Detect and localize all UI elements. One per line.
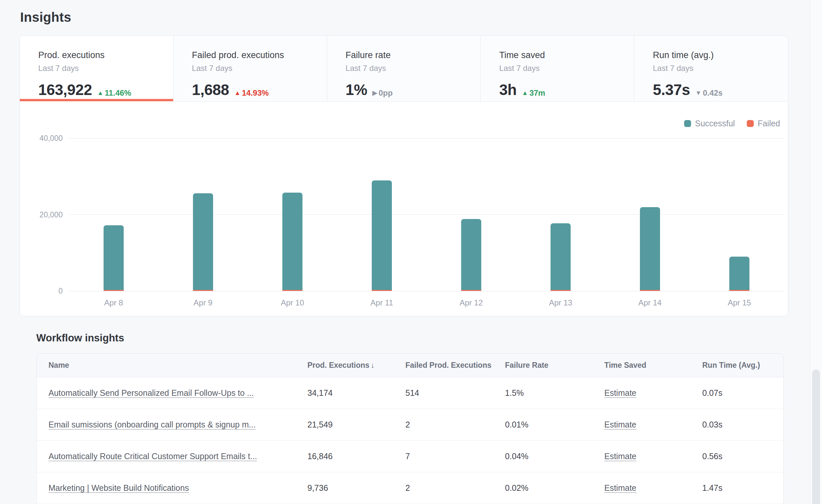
- column-header-name[interactable]: Name: [37, 361, 308, 370]
- x-axis-label: Apr 13: [516, 298, 605, 308]
- cell-value: 1.47s: [702, 483, 722, 492]
- chart-legend: SuccessfulFailed: [684, 119, 780, 128]
- column-header-failure-rate[interactable]: Failure Rate: [505, 361, 604, 370]
- cell-value: 514: [405, 388, 419, 398]
- estimate-link[interactable]: Estimate: [604, 483, 636, 492]
- metric-value-row: 5.37s▼0.42s: [653, 81, 788, 99]
- bar-apr-12[interactable]: [461, 219, 481, 291]
- legend-item-failed[interactable]: Failed: [747, 119, 780, 128]
- estimate-link[interactable]: Estimate: [604, 388, 636, 398]
- metric-card-prod-executions[interactable]: Prod. executionsLast 7 days163,922▲11.46…: [20, 36, 173, 102]
- cell-failure-rate: 0.01%: [505, 420, 604, 430]
- metric-label: Time saved: [499, 50, 634, 60]
- cell-time-saved: Estimate: [604, 483, 702, 493]
- bar-apr-11[interactable]: [372, 180, 392, 291]
- cell-run-time-avg: 0.03s: [702, 420, 783, 430]
- legend-label: Failed: [758, 119, 780, 128]
- bar-apr-13[interactable]: [550, 223, 571, 291]
- delta-up-icon: ▲: [234, 89, 241, 97]
- column-header-label: Time Saved: [604, 361, 646, 370]
- bar-apr-10[interactable]: [282, 193, 303, 291]
- legend-label: Successful: [695, 119, 735, 128]
- table-row: Email sumissions (onboarding call prompt…: [37, 409, 783, 441]
- insights-panel: Prod. executionsLast 7 days163,922▲11.46…: [19, 35, 788, 316]
- bar-apr-14[interactable]: [640, 207, 660, 291]
- metric-label: Run time (avg.): [653, 50, 788, 60]
- bar-segment-failed: [729, 290, 749, 291]
- column-header-label: Run Time (Avg.): [702, 361, 760, 370]
- cell-value: 16,846: [308, 452, 333, 461]
- bar-slot: [695, 138, 784, 291]
- cell-failure-rate: 0.04%: [505, 452, 604, 461]
- delta-flat-icon: ▶: [372, 89, 377, 97]
- cell-time-saved: Estimate: [604, 388, 702, 398]
- column-header-failed-prod-executions[interactable]: Failed Prod. Executions: [405, 361, 505, 370]
- x-axis-label: Apr 10: [248, 298, 337, 308]
- bar-slot: [337, 138, 426, 291]
- metric-card-time-saved[interactable]: Time savedLast 7 days3h▲37m: [481, 36, 634, 102]
- cell-name: Email sumissions (onboarding call prompt…: [37, 420, 308, 430]
- table-row: Automatically Route Critical Customer Su…: [37, 441, 783, 472]
- metric-period: Last 7 days: [346, 64, 481, 73]
- bar-segment-failed: [372, 290, 392, 291]
- column-header-prod-executions[interactable]: Prod. Executions↓: [308, 361, 405, 370]
- column-header-time-saved[interactable]: Time Saved: [604, 361, 702, 370]
- metric-value: 3h: [499, 81, 516, 99]
- bar-segment-successful: [282, 193, 303, 290]
- metric-delta: ▲11.46%: [97, 88, 131, 98]
- bar-plot: [69, 138, 784, 291]
- metric-label: Failed prod. executions: [192, 50, 327, 60]
- column-header-run-time-avg[interactable]: Run Time (Avg.): [702, 361, 783, 370]
- bar-slot: [69, 138, 158, 291]
- cell-value: 2: [405, 483, 410, 492]
- metric-card-failed-prod-executions[interactable]: Failed prod. executionsLast 7 days1,688▲…: [173, 36, 327, 102]
- bar-slot: [158, 138, 248, 291]
- cell-value: 0.56s: [702, 452, 722, 461]
- bar-segment-failed: [193, 290, 213, 291]
- page-scrollbar[interactable]: [810, 0, 822, 504]
- legend-item-successful[interactable]: Successful: [684, 119, 735, 128]
- metric-value: 163,922: [38, 81, 92, 99]
- cell-failed-prod-executions: 2: [405, 483, 505, 493]
- metric-delta: ▲14.93%: [234, 88, 269, 98]
- workflow-name-link[interactable]: Automatically Route Critical Customer Su…: [48, 452, 257, 461]
- bar-segment-successful: [550, 223, 571, 290]
- metric-value-row: 3h▲37m: [499, 81, 634, 99]
- workflow-insights-heading: Workflow insights: [36, 332, 822, 344]
- bar-apr-15[interactable]: [729, 257, 749, 291]
- column-header-label: Prod. Executions: [308, 361, 369, 370]
- cell-prod-executions: 9,736: [308, 483, 405, 493]
- legend-swatch-successful: [684, 120, 691, 127]
- delta-text: 14.93%: [242, 88, 269, 98]
- bar-slot: [248, 138, 337, 291]
- cell-failure-rate: 1.5%: [505, 388, 604, 398]
- metric-period: Last 7 days: [38, 64, 173, 73]
- bar-segment-successful: [103, 225, 124, 290]
- workflow-name-link[interactable]: Automatically Send Personalized Email Fo…: [48, 388, 254, 398]
- estimate-link[interactable]: Estimate: [604, 452, 636, 461]
- metric-period: Last 7 days: [653, 64, 788, 73]
- cell-value: 0.02%: [505, 483, 528, 492]
- column-header-label: Failure Rate: [505, 361, 548, 370]
- cell-run-time-avg: 0.56s: [702, 452, 783, 461]
- workflow-name-link[interactable]: Email sumissions (onboarding call prompt…: [48, 420, 256, 429]
- workflow-name-link[interactable]: Marketing | Website Build Notifications: [48, 483, 189, 492]
- bar-apr-8[interactable]: [103, 225, 124, 291]
- delta-down-icon: ▼: [695, 89, 702, 97]
- metric-value-row: 163,922▲11.46%: [38, 81, 173, 99]
- metric-delta: ▼0.42s: [695, 88, 723, 98]
- metric-card-failure-rate[interactable]: Failure rateLast 7 days1%▶0pp: [327, 36, 481, 102]
- scrollbar-thumb[interactable]: [812, 370, 820, 504]
- bar-apr-9[interactable]: [193, 193, 213, 291]
- table-header-row: NameProd. Executions↓Failed Prod. Execut…: [37, 354, 783, 377]
- metric-card-run-time-avg[interactable]: Run time (avg.)Last 7 days5.37s▼0.42s: [634, 36, 788, 102]
- table-body: Automatically Send Personalized Email Fo…: [37, 377, 783, 504]
- delta-text: 11.46%: [105, 88, 131, 98]
- workflow-insights-table: NameProd. Executions↓Failed Prod. Execut…: [36, 353, 784, 504]
- estimate-link[interactable]: Estimate: [604, 420, 636, 429]
- cell-name: Marketing | Website Build Notifications: [37, 483, 308, 493]
- bar-segment-successful: [461, 219, 481, 290]
- cell-failed-prod-executions: 7: [405, 452, 505, 461]
- delta-text: 0pp: [379, 88, 393, 98]
- bar-segment-failed: [103, 290, 124, 291]
